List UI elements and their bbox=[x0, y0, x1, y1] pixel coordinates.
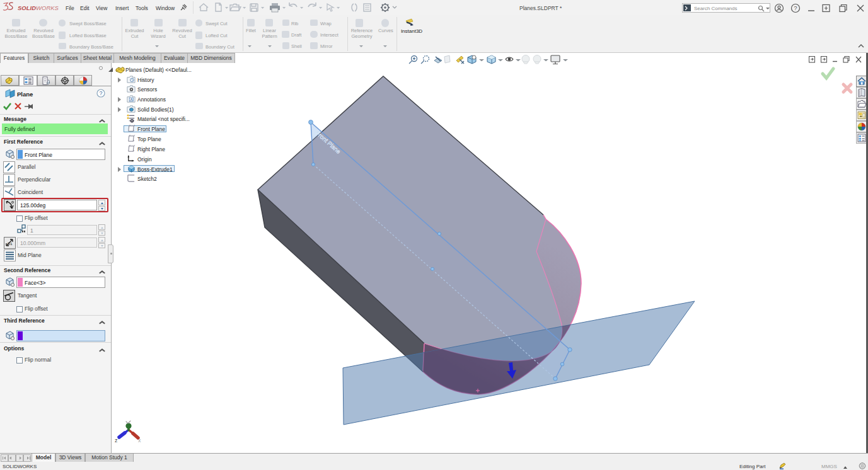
svg-text:D1: D1 bbox=[8, 242, 13, 246]
svg-text:z: z bbox=[115, 437, 118, 444]
svg-text:?: ? bbox=[794, 4, 797, 11]
svg-text:?: ? bbox=[100, 90, 103, 96]
svg-text:x: x bbox=[138, 437, 141, 444]
svg-text:SOLIDWORKS: SOLIDWORKS bbox=[18, 4, 59, 11]
